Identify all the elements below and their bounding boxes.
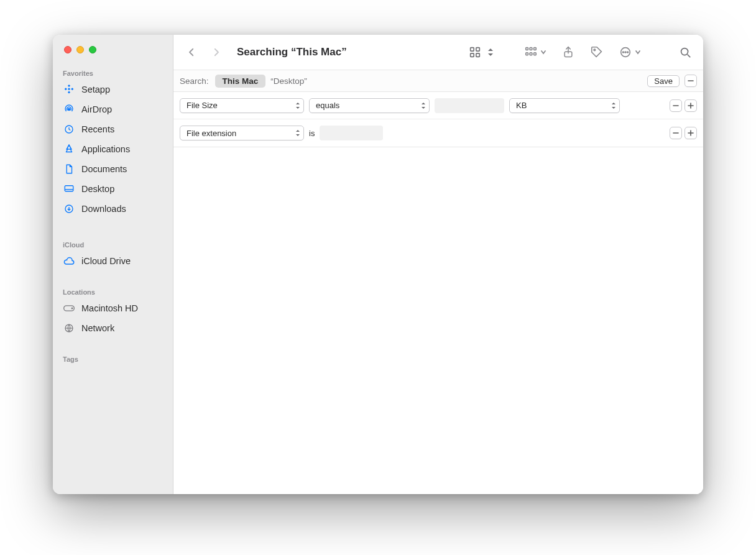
sidebar-item-icloud-drive[interactable]: iCloud Drive [53, 251, 173, 271]
sidebar-item-documents[interactable]: Documents [53, 159, 173, 179]
svg-point-5 [68, 108, 70, 110]
search-scope-label: Search: [180, 76, 209, 86]
svg-point-28 [625, 52, 626, 53]
share-button[interactable] [561, 45, 575, 59]
sidebar: Favorites Setapp AirDrop [53, 35, 173, 494]
svg-line-31 [688, 55, 691, 58]
svg-rect-13 [476, 48, 480, 52]
search-scope-bar: Search: This Mac “Desktop” Save [173, 70, 703, 92]
criteria-value-input[interactable] [435, 98, 504, 113]
sidebar-item-airdrop[interactable]: AirDrop [53, 99, 173, 119]
sidebar-section-icloud-header: iCloud [53, 236, 173, 251]
svg-marker-42 [296, 130, 300, 132]
svg-rect-1 [65, 88, 67, 90]
svg-marker-34 [296, 107, 300, 109]
svg-marker-33 [296, 103, 300, 104]
stepper-icon [295, 129, 301, 137]
sidebar-item-label: Documents [81, 164, 127, 174]
scope-this-mac[interactable]: This Mac [215, 75, 266, 88]
sidebar-item-label: Downloads [81, 204, 126, 214]
svg-rect-22 [530, 53, 532, 55]
svg-marker-36 [422, 107, 425, 109]
svg-marker-38 [612, 107, 615, 109]
sidebar-item-downloads[interactable]: Downloads [53, 199, 173, 219]
sidebar-item-applications[interactable]: Applications [53, 139, 173, 159]
svg-marker-43 [296, 134, 300, 136]
add-criteria-button[interactable] [685, 127, 697, 139]
remove-search-button[interactable] [685, 75, 697, 87]
svg-marker-17 [488, 53, 493, 56]
network-icon [63, 322, 75, 334]
svg-marker-37 [612, 103, 615, 104]
add-criteria-button[interactable] [685, 99, 697, 112]
svg-rect-4 [68, 88, 70, 90]
window-title: Searching “This Mac” [237, 46, 347, 58]
back-button[interactable] [185, 45, 198, 59]
svg-point-29 [627, 52, 629, 53]
results-area [173, 147, 703, 494]
icloud-icon [63, 255, 75, 267]
sidebar-item-desktop[interactable]: Desktop [53, 179, 173, 199]
minimize-window-button[interactable] [76, 46, 84, 53]
sidebar-section-tags-header: Tags [53, 351, 173, 365]
sidebar-item-label: AirDrop [81, 104, 112, 114]
svg-point-25 [594, 49, 596, 51]
sidebar-item-label: Recents [81, 124, 114, 134]
sidebar-item-label: Applications [81, 144, 130, 154]
sidebar-section-locations-header: Locations [53, 283, 173, 298]
stepper-icon [611, 101, 617, 110]
sidebar-item-recents[interactable]: Recents [53, 119, 173, 139]
sidebar-item-network[interactable]: Network [53, 318, 173, 338]
criteria-row: File Size equals KB [173, 92, 703, 119]
zoom-window-button[interactable] [89, 46, 96, 53]
sidebar-item-setapp[interactable]: Setapp [53, 80, 173, 99]
dropdown-value: File extension [187, 129, 236, 138]
criteria-operator-text: is [309, 129, 315, 138]
dropdown-value: equals [316, 101, 339, 110]
remove-criteria-button[interactable] [670, 127, 682, 139]
remove-criteria-button[interactable] [670, 99, 682, 112]
sidebar-item-macintosh-hd[interactable]: Macintosh HD [53, 298, 173, 318]
downloads-icon [63, 203, 75, 215]
svg-rect-14 [471, 53, 474, 57]
svg-point-10 [71, 308, 73, 309]
criteria-value-input[interactable] [320, 126, 383, 140]
svg-rect-20 [534, 48, 537, 50]
sidebar-item-label: Network [81, 323, 114, 333]
scope-desktop[interactable]: “Desktop” [270, 76, 307, 86]
save-search-button[interactable]: Save [647, 75, 680, 87]
svg-rect-2 [71, 88, 73, 90]
search-button[interactable] [678, 45, 692, 59]
svg-rect-12 [471, 48, 474, 52]
sidebar-item-label: iCloud Drive [81, 256, 131, 266]
svg-point-30 [681, 48, 688, 55]
view-stepper-icon[interactable] [487, 45, 494, 59]
criteria-row: File extension is [173, 119, 703, 147]
criteria-operator-dropdown[interactable]: equals [309, 98, 430, 113]
svg-rect-21 [526, 53, 528, 55]
recents-icon [63, 123, 75, 135]
svg-marker-35 [422, 103, 425, 104]
sidebar-item-label: Macintosh HD [81, 303, 138, 313]
tags-button[interactable] [590, 45, 604, 59]
forward-button[interactable] [210, 45, 223, 59]
dropdown-value: File Size [187, 101, 218, 110]
search-criteria: File Size equals KB [173, 92, 703, 147]
svg-point-27 [622, 52, 624, 53]
document-icon [63, 163, 75, 175]
view-icon-grid-button[interactable] [468, 45, 482, 59]
close-window-button[interactable] [64, 46, 71, 53]
action-menu-button[interactable] [619, 45, 641, 59]
svg-rect-7 [65, 186, 73, 191]
svg-rect-23 [534, 53, 537, 55]
criteria-attribute-dropdown[interactable]: File extension [180, 126, 304, 140]
grouping-button[interactable] [524, 45, 546, 59]
svg-rect-15 [476, 53, 480, 57]
criteria-attribute-dropdown[interactable]: File Size [180, 98, 304, 113]
svg-rect-0 [68, 85, 70, 87]
sidebar-item-label: Setapp [81, 85, 110, 94]
sidebar-item-label: Desktop [81, 184, 114, 194]
finder-window: Favorites Setapp AirDrop [53, 35, 703, 494]
criteria-unit-dropdown[interactable]: KB [509, 98, 620, 113]
svg-rect-18 [526, 48, 528, 50]
